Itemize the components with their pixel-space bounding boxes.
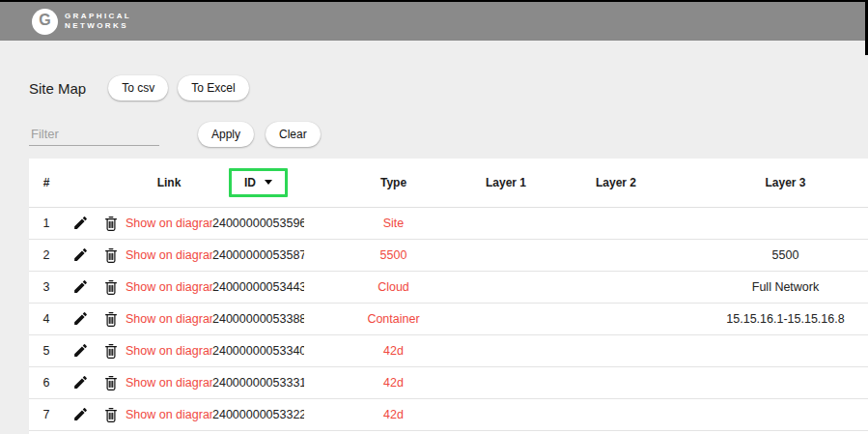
table-row: 6 Show on diagram 24000000053331 42d [29, 366, 868, 398]
row-layer3: 15.15.16.1-15.15.16.8 [703, 303, 868, 334]
table-row: 2 Show on diagram 24000000053587 5500 [29, 239, 868, 271]
brand-logo[interactable]: G Graphical Networks [32, 9, 131, 35]
row-id: 24000000053587 [212, 239, 304, 271]
row-layer3 [703, 207, 868, 239]
row-layer1 [483, 271, 529, 303]
row-layer2 [529, 334, 703, 366]
caret-down-icon [265, 180, 272, 185]
delete-button[interactable] [102, 406, 120, 423]
column-header-id: ID [212, 159, 304, 207]
table-row: 3 Show on diagram 24000000053443 Cloud [29, 271, 868, 303]
show-on-diagram-link[interactable]: Show on diagram [126, 376, 212, 390]
trash-icon [102, 310, 120, 328]
row-number: 7 [29, 398, 64, 430]
edit-button[interactable] [72, 374, 89, 391]
row-layer3 [703, 430, 868, 434]
table-row [29, 430, 868, 434]
row-number: 4 [29, 303, 64, 334]
apply-button[interactable]: Apply [198, 122, 254, 147]
trash-icon [102, 215, 120, 232]
column-header-layer1: Layer 1 [483, 159, 529, 207]
pencil-icon [72, 374, 89, 391]
row-type-link[interactable]: 42d [383, 376, 404, 390]
table-body: 1 Show on diagram 24000000053596 Site [29, 207, 868, 434]
delete-button[interactable] [102, 246, 120, 264]
row-layer2 [529, 207, 703, 239]
delete-button[interactable] [102, 310, 120, 328]
main-content: Site Map To csv To Excel Apply Clear # L… [0, 41, 868, 434]
table-row: 7 Show on diagram 24000000053322 42d [29, 398, 868, 430]
pencil-icon [72, 406, 89, 422]
column-header-num: # [29, 159, 64, 207]
row-id: 24000000053340 [212, 334, 304, 366]
trash-icon [102, 246, 120, 264]
top-navigation-bar: G Graphical Networks [0, 0, 868, 41]
row-layer2 [529, 239, 703, 271]
row-id: 24000000053388 [212, 303, 304, 334]
row-layer1 [483, 334, 529, 366]
row-number [29, 430, 64, 434]
row-type-link[interactable]: Site [383, 217, 405, 230]
row-layer3 [703, 366, 868, 398]
row-id: 24000000053322 [212, 398, 304, 430]
edit-button[interactable] [72, 246, 89, 263]
show-on-diagram-link[interactable]: Show on diagram [126, 312, 212, 326]
show-on-diagram-link[interactable]: Show on diagram [126, 280, 212, 294]
table-row: 4 Show on diagram 24000000053388 Contain… [29, 303, 868, 334]
edit-button[interactable] [72, 406, 89, 422]
row-layer2 [529, 366, 703, 398]
clear-button[interactable]: Clear [266, 122, 321, 147]
table-header-row: # Link ID Type Layer 1 Layer 2 Layer 3 [29, 159, 868, 207]
pencil-icon [72, 246, 89, 263]
edit-button[interactable] [72, 342, 89, 359]
filter-input[interactable] [29, 123, 159, 146]
row-number: 1 [29, 207, 64, 239]
row-layer1 [483, 366, 529, 398]
annotation-highlight-box[interactable]: ID [229, 168, 288, 197]
row-layer3: Full Network [703, 271, 868, 303]
row-layer3: 5500 [703, 239, 868, 271]
logo-letter: G [39, 13, 50, 28]
sitemap-table: # Link ID Type Layer 1 Layer 2 Layer 3 [29, 159, 868, 434]
row-number: 3 [29, 271, 64, 303]
row-layer2 [529, 398, 703, 430]
row-layer2 [529, 271, 703, 303]
to-excel-button[interactable]: To Excel [178, 75, 248, 101]
show-on-diagram-link[interactable]: Show on diagram [126, 217, 212, 230]
pencil-icon [72, 310, 89, 327]
column-header-link: Link [126, 159, 212, 207]
row-number: 2 [29, 239, 64, 271]
row-type-link[interactable]: Container [367, 312, 419, 326]
show-on-diagram-link[interactable]: Show on diagram [126, 344, 212, 358]
column-header-layer2: Layer 2 [529, 159, 703, 207]
row-layer1 [483, 398, 529, 430]
delete-button[interactable] [102, 374, 120, 391]
edit-button[interactable] [72, 310, 89, 327]
row-number: 6 [29, 366, 64, 398]
table-row: 5 Show on diagram 24000000053340 42d [29, 334, 868, 366]
row-layer3 [703, 334, 868, 366]
delete-button[interactable] [102, 215, 120, 232]
trash-icon [102, 278, 120, 296]
edit-button[interactable] [72, 215, 89, 231]
filter-row: Apply Clear [29, 122, 868, 147]
gn-logo-icon: G [32, 9, 58, 35]
row-layer1 [483, 239, 529, 271]
row-type-link[interactable]: 5500 [380, 248, 407, 262]
row-layer1 [483, 207, 529, 239]
brand-name: Graphical Networks [65, 12, 131, 31]
row-id: 24000000053596 [212, 207, 304, 239]
column-header-id-label: ID [244, 176, 256, 189]
delete-button[interactable] [102, 278, 120, 296]
pencil-icon [72, 278, 89, 295]
row-type-link[interactable]: 42d [383, 408, 404, 421]
delete-button[interactable] [102, 342, 120, 360]
row-layer2 [529, 430, 703, 434]
column-header-delete [97, 159, 126, 207]
edit-button[interactable] [72, 278, 89, 295]
show-on-diagram-link[interactable]: Show on diagram [126, 248, 212, 262]
row-type-link[interactable]: 42d [383, 344, 404, 358]
to-csv-button[interactable]: To csv [108, 75, 168, 101]
show-on-diagram-link[interactable]: Show on diagram [126, 408, 212, 421]
row-type-link[interactable]: Cloud [378, 280, 409, 294]
